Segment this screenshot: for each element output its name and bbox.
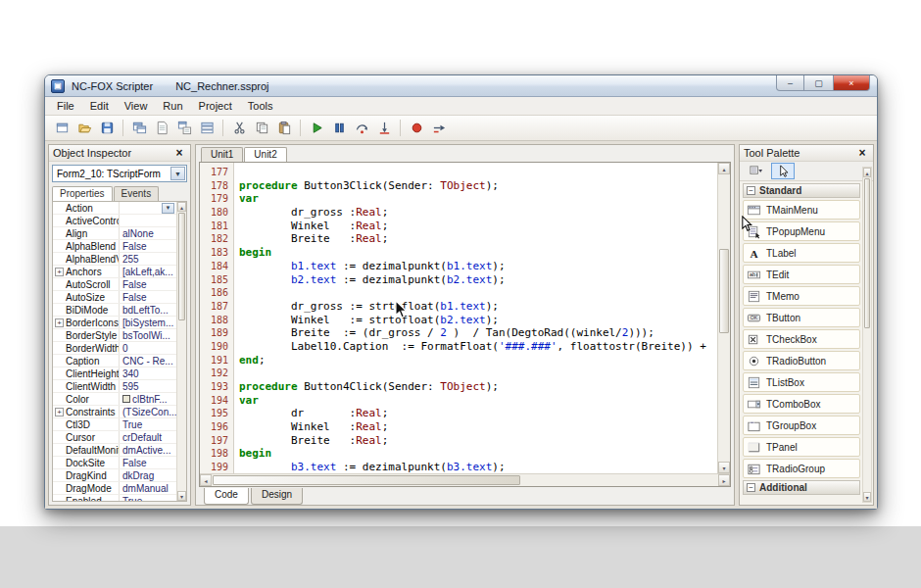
view-tab-code[interactable]: Code: [204, 488, 249, 505]
code-line[interactable]: 190 Label10.Caption := FormatFloat('###.…: [200, 340, 717, 354]
property-row[interactable]: Color clBtnF...: [53, 393, 176, 406]
editor-vertical-scrollbar[interactable]: ▴ ▾: [717, 163, 730, 473]
scrollbar-thumb[interactable]: [213, 475, 520, 485]
property-value[interactable]: [akLeft,ak...: [120, 266, 176, 277]
run-to-cursor-button[interactable]: [428, 118, 450, 139]
property-value[interactable]: dmManual: [120, 482, 176, 494]
inspector-scrollbar[interactable]: ▴ ▾: [176, 202, 186, 501]
close-button[interactable]: ×: [833, 75, 870, 91]
palette-item-tcheckbox[interactable]: TCheckBox: [743, 329, 860, 349]
code-editor[interactable]: 177178procedure Button3Click(Sender: TOb…: [200, 163, 717, 473]
expand-icon[interactable]: +: [55, 408, 64, 416]
property-value[interactable]: bdLeftTo...: [120, 304, 176, 316]
code-line[interactable]: 188 Winkel := strtofloat(b2.text);: [200, 314, 717, 327]
property-row[interactable]: ClientHeight 340: [53, 368, 176, 380]
property-value[interactable]: True: [120, 418, 176, 430]
palette-item-tmemo[interactable]: TMemo: [743, 286, 860, 306]
property-row[interactable]: BorderWidth 0: [53, 342, 176, 355]
code-line[interactable]: 193procedure Button4Click(Sender: TObjec…: [200, 380, 717, 394]
scroll-up-icon[interactable]: ▴: [177, 202, 186, 212]
property-row[interactable]: Enabled True: [53, 495, 176, 502]
property-row[interactable]: ActiveControl: [53, 215, 176, 227]
view-tab-design[interactable]: Design: [251, 488, 303, 505]
property-value[interactable]: clBtnF...: [120, 393, 176, 405]
code-line[interactable]: 199 b3.text := dezimalpunkt(b3.text);: [200, 461, 717, 473]
new-form-button[interactable]: [51, 118, 73, 139]
property-row[interactable]: BorderStyle bsToolWi...: [53, 329, 176, 342]
code-line[interactable]: 197 Breite :Real;: [200, 434, 717, 448]
code-line[interactable]: 181 Winkel :Real;: [200, 220, 717, 233]
palette-scrollbar[interactable]: ▴ ▾: [862, 167, 872, 503]
property-value[interactable]: True: [120, 495, 176, 502]
expand-icon[interactable]: +: [55, 318, 64, 327]
menu-run[interactable]: Run: [155, 98, 190, 114]
property-value[interactable]: ▼: [120, 202, 176, 214]
property-row[interactable]: AutoScroll False: [53, 278, 176, 291]
property-row[interactable]: BiDiMode bdLeftTo...: [53, 304, 176, 317]
editor-tab-unit1[interactable]: Unit1: [201, 147, 243, 162]
menu-tools[interactable]: Tools: [240, 98, 281, 114]
open-button[interactable]: [73, 118, 95, 139]
scrollbar-thumb[interactable]: [864, 178, 870, 328]
palette-item-tpanel[interactable]: TPanel: [743, 437, 860, 457]
property-row[interactable]: DefaultMonitor dmActive...: [53, 444, 176, 457]
close-icon[interactable]: ×: [172, 146, 186, 160]
code-line[interactable]: 194var: [200, 394, 717, 408]
code-line[interactable]: 195 dr :Real;: [200, 407, 717, 420]
object-selector[interactable]: Form2_10: TScriptForm ▼: [52, 165, 187, 182]
property-value[interactable]: 595: [120, 380, 176, 392]
code-line[interactable]: 192: [200, 367, 717, 380]
code-line[interactable]: 177: [200, 166, 717, 179]
menu-view[interactable]: View: [117, 98, 156, 114]
step-over-button[interactable]: [351, 118, 372, 139]
scroll-down-icon[interactable]: ▾: [718, 462, 730, 473]
breakpoint-button[interactable]: [406, 118, 427, 139]
code-line[interactable]: 187 dr_gross := strtofloat(b1.text);: [200, 300, 717, 314]
property-row[interactable]: DockSite False: [53, 457, 176, 469]
property-value[interactable]: 255: [120, 253, 176, 265]
palette-item-tcombobox[interactable]: TComboBox: [743, 394, 860, 414]
palette-item-tlistbox[interactable]: TListBox: [743, 372, 860, 392]
palette-item-tlabel[interactable]: ATLabel: [743, 243, 860, 263]
copy-button[interactable]: [251, 118, 272, 139]
scroll-up-icon[interactable]: ▴: [718, 163, 730, 174]
pause-button[interactable]: [328, 118, 350, 139]
collapse-icon[interactable]: −: [747, 483, 755, 492]
menu-project[interactable]: Project: [191, 98, 240, 114]
code-line[interactable]: 196 Winkel :Real;: [200, 420, 717, 434]
trace-into-button[interactable]: [373, 118, 395, 139]
run-button[interactable]: [306, 118, 327, 139]
palette-item-tpopupmenu[interactable]: TPopupMenu: [743, 221, 860, 241]
palette-item-tmainmenu[interactable]: TMainMenu: [743, 200, 860, 220]
property-row[interactable]: Action ▼: [53, 202, 176, 215]
property-row[interactable]: AlphaBlendValue 255: [53, 253, 176, 266]
minimize-button[interactable]: –: [776, 75, 804, 91]
property-value[interactable]: CNC - Re...: [120, 355, 176, 367]
code-line[interactable]: 178procedure Button3Click(Sender: TObjec…: [200, 179, 717, 193]
property-value[interactable]: (TSizeCon...: [120, 406, 176, 417]
palette-category-additional[interactable]: − Additional: [743, 480, 860, 495]
property-value[interactable]: False: [120, 278, 176, 290]
property-value[interactable]: [120, 215, 176, 226]
menu-edit[interactable]: Edit: [82, 98, 117, 114]
property-value[interactable]: bsToolWi...: [120, 329, 176, 341]
property-row[interactable]: DragKind dkDrag: [53, 469, 176, 482]
code-line[interactable]: 191end;: [200, 354, 717, 368]
property-value[interactable]: [biSystem...: [120, 317, 176, 328]
property-value[interactable]: 0: [120, 342, 176, 354]
property-value[interactable]: dmActive...: [120, 444, 176, 456]
scroll-down-icon[interactable]: ▾: [863, 492, 871, 502]
property-value[interactable]: False: [120, 457, 176, 468]
scroll-up-icon[interactable]: ▴: [863, 168, 871, 177]
palette-item-tedit[interactable]: abTEdit: [743, 265, 860, 284]
scroll-right-icon[interactable]: ▸: [718, 474, 730, 486]
code-line[interactable]: 189 Breite := (dr_gross / 2 ) / Tan(Degt…: [200, 326, 717, 340]
paste-button[interactable]: [273, 118, 295, 139]
property-row[interactable]: Ctl3D True: [53, 418, 176, 431]
property-row[interactable]: Cursor crDefault: [53, 431, 176, 444]
editor-tab-unit2[interactable]: Unit2: [244, 147, 286, 162]
property-value[interactable]: crDefault: [120, 431, 176, 443]
palette-item-tbutton[interactable]: OKTButton: [743, 308, 860, 327]
toggle-designer-button[interactable]: [173, 118, 195, 139]
code-line[interactable]: 179var: [200, 192, 717, 206]
